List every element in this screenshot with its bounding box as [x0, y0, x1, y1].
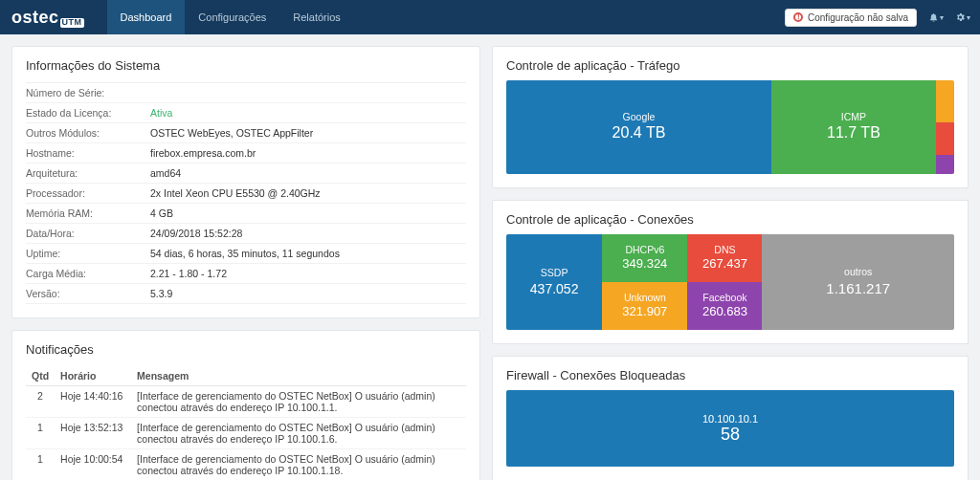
th-horario: Horário — [55, 366, 131, 386]
sys-value: Ativa — [150, 107, 172, 119]
panel-title: Controle de aplicação - Tráfego — [506, 58, 954, 73]
block-label: Facebook — [702, 292, 746, 305]
table-row: 2 Hoje 14:40:16 [Interface de gerenciame… — [26, 386, 466, 418]
nav-relatorios[interactable]: Relatórios — [279, 0, 354, 34]
th-mensagem: Mensagem — [131, 366, 466, 386]
sys-label: Estado da Licença: — [26, 107, 150, 119]
block-label: Unknown — [624, 292, 666, 305]
panel-title: Controle de aplicação - Conexões — [506, 212, 954, 227]
cell-msg: [Interface de gerenciamento do OSTEC Net… — [131, 418, 466, 449]
block-label: DNS — [714, 244, 735, 257]
th-qtd: Qtd — [26, 366, 55, 386]
sys-value: 4 GB — [150, 207, 173, 219]
settings-gear-icon[interactable]: ▾ — [955, 10, 970, 25]
sys-value: 54 dias, 6 horas, 35 minutos, 11 segundo… — [150, 248, 340, 259]
notifications-table: Qtd Horário Mensagem 2 Hoje 14:40:16 [In… — [26, 366, 466, 480]
block-value: 321.907 — [622, 304, 667, 320]
sys-label: Número de Série: — [26, 87, 150, 98]
block-value: 11.7 TB — [827, 123, 880, 143]
cell-time: Hoje 13:52:13 — [55, 418, 131, 449]
conn-block-unknown[interactable]: Unknown 321.907 — [602, 282, 687, 330]
panel-title: Firewall - Conexões Bloqueadas — [506, 368, 954, 382]
sys-label: Data/Hora: — [26, 228, 150, 239]
traffic-block-small[interactable] — [936, 155, 954, 174]
fw-blocked-block[interactable]: 10.100.10.1 58 — [506, 390, 954, 467]
cell-qtd: 1 — [26, 418, 55, 449]
sys-label: Hostname: — [26, 147, 150, 159]
sys-value: 5.3.9 — [150, 288, 172, 299]
block-label: ICMP — [841, 111, 866, 124]
cell-msg: [Interface de gerenciamento do OSTEC Net… — [131, 449, 466, 481]
cell-time: Hoje 10:00:54 — [55, 449, 131, 481]
connections-treemap[interactable]: SSDP 437.052 DHCPv6 349.324 Unknown 321.… — [506, 234, 954, 330]
sys-label: Carga Média: — [26, 268, 150, 279]
block-label: SSDP — [541, 267, 568, 280]
sys-value: firebox.empresa.com.br — [150, 147, 256, 159]
top-nav: Dashboard Configurações Relatórios — [107, 0, 354, 34]
sys-label: Arquitetura: — [26, 167, 150, 179]
block-value: 349.324 — [622, 256, 667, 273]
block-label: DHCPv6 — [625, 244, 664, 257]
traffic-block-google[interactable]: Google 20.4 TB — [506, 80, 771, 174]
conn-block-ssdp[interactable]: SSDP 437.052 — [506, 234, 602, 330]
cell-time: Hoje 14:40:16 — [55, 386, 131, 418]
unsaved-label: Configuração não salva — [808, 12, 908, 23]
fw-blocked-conn-panel: Firewall - Conexões Bloqueadas 10.100.10… — [492, 356, 969, 480]
sys-value: 2.21 - 1.80 - 1.72 — [150, 268, 227, 279]
traffic-block-icmp[interactable]: ICMP 11.7 TB — [771, 80, 936, 174]
conn-block-outros[interactable]: outros 1.161.217 — [762, 234, 954, 330]
sys-value: 24/09/2018 15:52:28 — [150, 228, 242, 239]
block-label: 10.100.10.1 — [702, 413, 758, 425]
brand-sub: UTM — [60, 18, 84, 28]
sys-label: Outros Módulos: — [26, 127, 150, 139]
cell-msg: [Interface de gerenciamento do OSTEC Net… — [131, 386, 466, 418]
traffic-block-small[interactable] — [936, 80, 954, 122]
sys-label: Uptime: — [26, 248, 150, 259]
block-value: 1.161.217 — [826, 279, 890, 298]
nav-dashboard[interactable]: Dashboard — [107, 0, 186, 34]
traffic-treemap[interactable]: Google 20.4 TB ICMP 11.7 TB — [506, 80, 954, 174]
sys-label: Processador: — [26, 187, 150, 199]
block-value: 437.052 — [530, 280, 579, 297]
table-row: 1 Hoje 10:00:54 [Interface de gerenciame… — [26, 449, 466, 481]
brand-name: ostec — [11, 8, 59, 28]
nav-configuracoes[interactable]: Configurações — [185, 0, 279, 34]
traffic-block-small[interactable] — [936, 122, 954, 155]
block-value: 260.683 — [702, 304, 747, 320]
table-row: 1 Hoje 13:52:13 [Interface de gerenciame… — [26, 418, 466, 449]
sys-label: Memória RAM: — [26, 207, 150, 219]
appctrl-traffic-panel: Controle de aplicação - Tráfego Google 2… — [492, 46, 969, 188]
main-content: Informações do Sistema Número de Série: … — [0, 34, 980, 480]
alert-icon — [793, 12, 803, 22]
sys-label: Versão: — [26, 288, 150, 299]
notifications-icon[interactable]: ▾ — [928, 10, 944, 25]
sys-value: OSTEC WebEyes, OSTEC AppFilter — [150, 127, 313, 139]
sys-value: 2x Intel Xeon CPU E5530 @ 2.40GHz — [150, 187, 321, 199]
sys-value: amd64 — [150, 167, 181, 179]
block-value: 267.437 — [702, 256, 747, 273]
topbar: ostec UTM Dashboard Configurações Relató… — [0, 0, 980, 34]
block-label: outros — [844, 266, 872, 279]
cell-qtd: 1 — [26, 449, 55, 481]
conn-block-dns[interactable]: DNS 267.437 — [687, 234, 762, 282]
conn-block-facebook[interactable]: Facebook 260.683 — [687, 282, 762, 330]
logo: ostec UTM — [11, 8, 84, 28]
conn-block-dhcpv6[interactable]: DHCPv6 349.324 — [602, 234, 687, 282]
block-label: Google — [623, 111, 656, 124]
topbar-right: Configuração não salva ▾ ▾ — [785, 9, 970, 27]
block-value: 58 — [721, 425, 740, 445]
notifications-title: Notificações — [26, 342, 466, 357]
appctrl-conn-panel: Controle de aplicação - Conexões SSDP 43… — [492, 200, 969, 344]
unsaved-config-badge[interactable]: Configuração não salva — [785, 9, 917, 27]
system-info-title: Informações do Sistema — [26, 58, 466, 73]
block-value: 20.4 TB — [612, 123, 666, 143]
system-info-panel: Informações do Sistema Número de Série: … — [11, 46, 480, 318]
notifications-panel: Notificações Qtd Horário Mensagem 2 Hoje… — [11, 330, 480, 480]
cell-qtd: 2 — [26, 386, 55, 418]
